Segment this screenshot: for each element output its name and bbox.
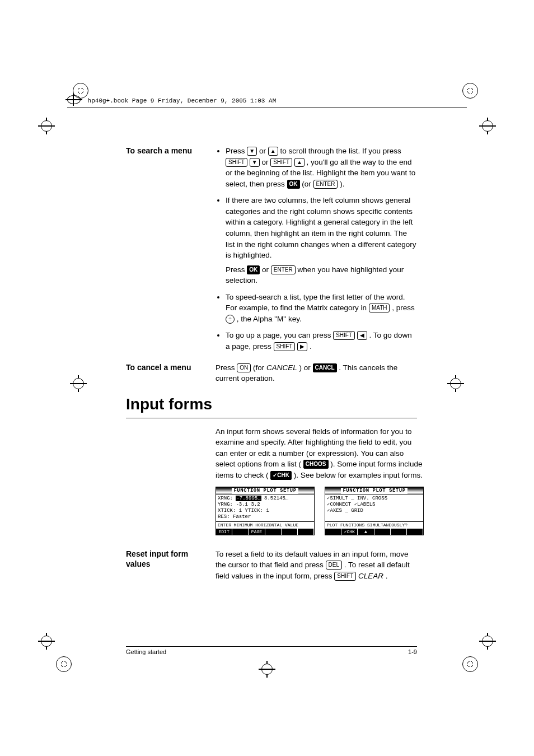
enter-key-icon: ENTER [313, 180, 338, 189]
down-arrow-key-icon: ▼ [247, 147, 257, 156]
shift-key-icon: SHIFT [226, 158, 247, 167]
cancl-softkey-icon: CANCL [313, 363, 337, 372]
footer-section: Getting started [126, 648, 166, 655]
list-item: To go up a page, you can press SHIFT ◀ .… [226, 330, 417, 352]
print-registration-icon [462, 656, 478, 672]
section-heading-input-forms: Input forms [126, 395, 417, 413]
ok-softkey-icon: OK [247, 265, 260, 274]
crosshair-icon [447, 375, 464, 392]
crosshair-icon [479, 118, 496, 134]
divider [126, 418, 417, 418]
crosshair-icon [70, 375, 87, 392]
shift-key-icon: SHIFT [274, 342, 296, 351]
right-arrow-key-icon: ▶ [297, 342, 307, 351]
del-key-icon: DEL [326, 561, 342, 570]
side-heading-search: To search a menu [126, 146, 216, 358]
crosshair-icon [259, 661, 275, 678]
list-item: If there are two columns, the left colum… [226, 195, 417, 286]
list-item: Press ▼ or ▲ to scroll through the list.… [226, 146, 417, 189]
shift-key-icon: SHIFT [334, 572, 356, 581]
side-heading-cancel: To cancel a menu [126, 362, 216, 384]
calculator-screen-plot-setup-page1: FUNCTION PLOT SETUP XRNG: -7.8995… 8.521… [216, 487, 315, 535]
up-arrow-key-icon: ▲ [268, 147, 278, 156]
calculator-screen-plot-setup-page2: FUNCTION PLOT SETUP ✓SIMULT _ INV. CROSS… [325, 487, 424, 535]
crosshair-icon [479, 633, 496, 650]
enter-key-icon: ENTER [271, 265, 296, 274]
chk-softkey-icon: ✓CHK [270, 471, 292, 480]
page-header: hp40g+.book Page 9 Friday, December 9, 2… [67, 95, 467, 108]
shift-key-icon: SHIFT [333, 331, 355, 340]
choos-softkey-icon: CHOOS [303, 460, 329, 469]
list-item: To speed-search a list, type the first l… [226, 292, 417, 325]
left-arrow-key-icon: ◀ [357, 331, 367, 340]
ok-softkey-icon: OK [287, 180, 300, 189]
input-forms-paragraph: An input form shows several fields of in… [216, 426, 424, 544]
search-menu-list: Press ▼ or ▲ to scroll through the list.… [216, 146, 417, 352]
header-text: hp40g+.book Page 9 Friday, December 9, 2… [88, 97, 277, 104]
math-key-icon: MATH [369, 304, 390, 312]
crosshair-icon [38, 633, 55, 650]
on-key-icon: ON [237, 363, 251, 372]
crosshair-icon [38, 118, 55, 134]
shift-key-icon: SHIFT [270, 158, 292, 167]
up-arrow-key-icon: ▲ [294, 158, 305, 167]
print-registration-icon [56, 656, 72, 672]
reset-paragraph: To reset a field to its default values i… [216, 549, 417, 582]
page-footer: Getting started 1-9 [126, 646, 417, 655]
side-heading-reset: Reset input form values [126, 549, 216, 582]
cancel-menu-text: Press ON (for CANCEL ) or CANCL . This c… [216, 362, 417, 384]
divide-key-icon: ÷ [226, 315, 235, 324]
footer-page-number: 1-9 [408, 648, 417, 655]
down-arrow-key-icon: ▼ [250, 158, 260, 167]
